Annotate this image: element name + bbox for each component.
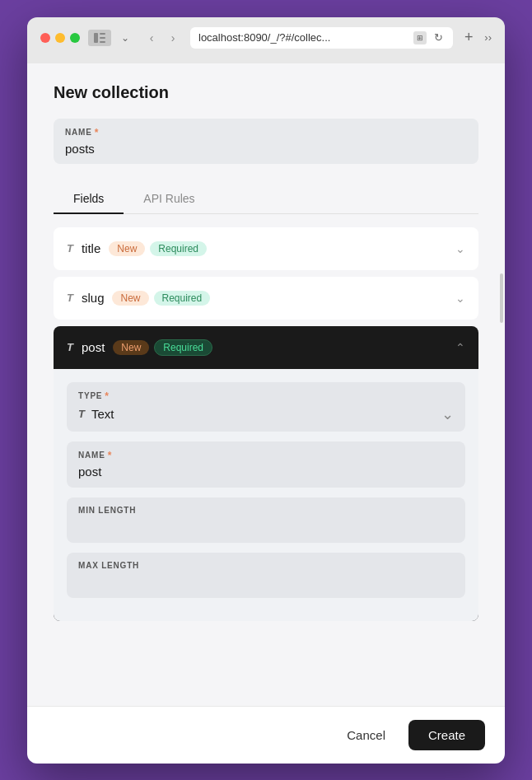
extensions-icon[interactable]: ⊞ [413,31,427,44]
type-text: Text [91,407,114,421]
chevron-up-icon-post: ⌃ [455,341,465,354]
badge-new-slug: New [112,291,148,306]
type-required-indicator: * [105,390,109,402]
type-select-row[interactable]: T Text ⌄ [78,405,454,423]
min-length-input[interactable] [78,518,454,535]
url-text: localhost:8090/_/?#/collec... [198,31,330,44]
create-button[interactable]: Create [408,720,485,750]
type-icon: T [78,408,85,420]
badge-new-title: New [109,241,145,256]
max-length-label: MAX LENGTH [78,561,454,570]
svg-rect-0 [94,33,98,43]
text-type-icon-post: T [67,341,73,353]
svg-rect-1 [100,33,105,35]
page-title: New collection [54,83,478,102]
forward-button[interactable]: › [164,29,182,47]
min-length-label: MIN LENGTH [78,506,454,515]
badge-required-slug: Required [154,291,211,306]
sidebar-toggle-icon[interactable] [88,30,111,46]
chevron-down-icon-title: ⌄ [455,242,465,255]
address-bar-row: localhost:8090/_/?#/collec... ⊞ ↻ + ›› [190,27,492,49]
chevron-down-icon[interactable]: ⌄ [116,29,134,47]
min-length-group[interactable]: MIN LENGTH [67,497,465,543]
field-row-slug[interactable]: T slug New Required ⌄ [54,277,478,320]
modal-footer: Cancel Create [27,706,505,764]
text-type-icon: T [67,242,73,255]
back-button[interactable]: ‹ [142,29,161,47]
chevron-down-icon-slug: ⌄ [455,292,465,305]
field-name-title: title [82,241,100,255]
collection-name-field[interactable]: NAME * posts [54,119,478,164]
traffic-lights [40,33,80,43]
cancel-button[interactable]: Cancel [334,720,399,750]
collection-name-label: NAME * [65,127,467,138]
name-required-indicator: * [108,450,112,461]
svg-rect-2 [100,37,105,39]
type-select-value: T Text [78,407,114,421]
address-bar-icons: ⊞ ↻ [413,31,445,44]
nav-arrows: ‹ › [142,29,182,47]
type-select-chevron: ⌄ [441,405,454,423]
main-content: New collection NAME * posts Fields API R… [27,63,505,764]
traffic-light-yellow[interactable] [55,33,65,43]
badge-new-post: New [113,340,149,355]
traffic-light-red[interactable] [40,33,50,43]
address-bar[interactable]: localhost:8090/_/?#/collec... ⊞ ↻ [190,27,453,49]
field-name-input[interactable] [78,465,454,479]
tabs-row: Fields API Rules [54,184,478,214]
field-row-post-header[interactable]: T post New Required ⌃ [54,326,478,369]
tab-api-rules[interactable]: API Rules [124,184,214,213]
required-indicator: * [95,127,99,138]
badge-required-title: Required [150,241,207,256]
traffic-light-green[interactable] [70,33,80,43]
max-length-group[interactable]: MAX LENGTH [67,553,465,598]
field-row-title[interactable]: T title New Required ⌄ [54,227,478,270]
name-field-label: NAME * [78,450,454,461]
collection-name-value: posts [65,142,467,156]
tab-fields[interactable]: Fields [54,184,124,213]
refresh-icon[interactable]: ↻ [432,31,445,44]
field-row-post-expanded: T post New Required ⌃ TYPE * [54,326,478,621]
max-length-input[interactable] [78,573,454,590]
field-name-slug: slug [82,291,105,305]
field-name-group[interactable]: NAME * [67,441,465,488]
type-selector-group[interactable]: TYPE * T Text ⌄ [67,382,465,432]
type-field-label: TYPE * [78,390,454,402]
window-controls: ⌄ [88,29,134,47]
expanded-field-content: TYPE * T Text ⌄ [54,369,478,621]
badge-required-post: Required [154,339,212,356]
more-button[interactable]: ›› [484,31,492,44]
scrollbar[interactable] [500,273,503,323]
text-type-icon-slug: T [67,292,73,304]
new-tab-button[interactable]: + [460,29,478,47]
svg-rect-3 [100,41,105,43]
field-name-post: post [82,340,105,354]
